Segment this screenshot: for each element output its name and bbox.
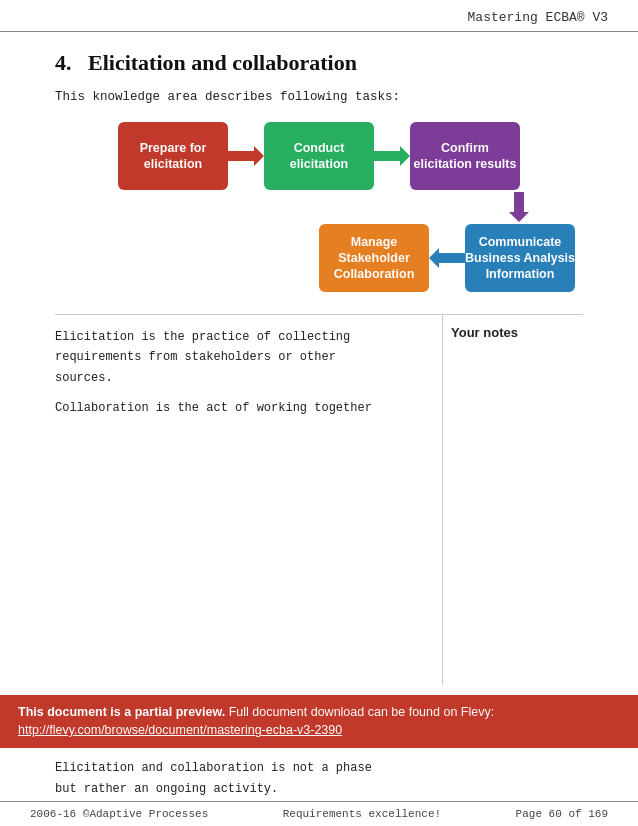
flow-row-1: Prepare forelicitation Conductelicitatio… — [118, 122, 520, 190]
flowchart: Prepare forelicitation Conductelicitatio… — [55, 122, 583, 292]
svg-marker-0 — [228, 146, 264, 166]
intro-text: This knowledge area describes following … — [55, 90, 583, 104]
two-col-section: Elicitation is the practice of collectin… — [55, 314, 583, 685]
svg-marker-2 — [509, 192, 529, 222]
flow-box-conduct: Conductelicitation — [264, 122, 374, 190]
lower-paragraph: Elicitation and collaboration is not a p… — [55, 758, 583, 799]
section-title: Elicitation and collaboration — [88, 50, 357, 75]
flow-box-manage: ManageStakeholderCollaboration — [319, 224, 429, 292]
svg-marker-3 — [429, 248, 465, 268]
footer: 2006-16 ©Adaptive Processes Requirements… — [0, 801, 638, 826]
flow-box-prepare: Prepare forelicitation — [118, 122, 228, 190]
lower-content: Elicitation and collaboration is not a p… — [0, 748, 638, 801]
header: Mastering ECBA® V3 — [0, 0, 638, 32]
section-heading: 4. Elicitation and collaboration — [55, 50, 583, 76]
footer-center: Requirements excellence! — [283, 808, 441, 820]
col-notes: Your notes — [443, 315, 583, 685]
preview-banner: This document is a partial preview. Full… — [0, 695, 638, 749]
header-title: Mastering ECBA® V3 — [468, 10, 608, 25]
body-paragraph-2: Collaboration is the act of working toge… — [55, 398, 432, 418]
footer-left: 2006-16 ©Adaptive Processes — [30, 808, 208, 820]
body-paragraph-1: Elicitation is the practice of collectin… — [55, 327, 432, 388]
col-main: Elicitation is the practice of collectin… — [55, 315, 443, 685]
section-number: 4. — [55, 50, 72, 75]
arrow-right-2 — [374, 146, 410, 166]
banner-rest: Full document download can be found on F… — [229, 705, 494, 719]
svg-marker-1 — [374, 146, 410, 166]
flow-box-confirm: Confirmelicitation results — [410, 122, 520, 190]
arrow-down-container — [55, 192, 583, 222]
main-content: 4. Elicitation and collaboration This kn… — [0, 32, 638, 695]
footer-right: Page 60 of 169 — [516, 808, 608, 820]
arrow-down-1 — [508, 192, 530, 222]
banner-link[interactable]: http://flevy.com/browse/document/masteri… — [18, 723, 342, 737]
arrow-left-1 — [429, 247, 465, 269]
page: Mastering ECBA® V3 4. Elicitation and co… — [0, 0, 638, 826]
arrow-right-1 — [228, 146, 264, 166]
banner-bold: This document is a partial preview. — [18, 705, 225, 719]
notes-label: Your notes — [451, 325, 518, 340]
flow-box-communicate: CommunicateBusiness AnalysisInformation — [465, 224, 575, 292]
flow-row-2: ManageStakeholderCollaboration Communica… — [55, 224, 583, 292]
